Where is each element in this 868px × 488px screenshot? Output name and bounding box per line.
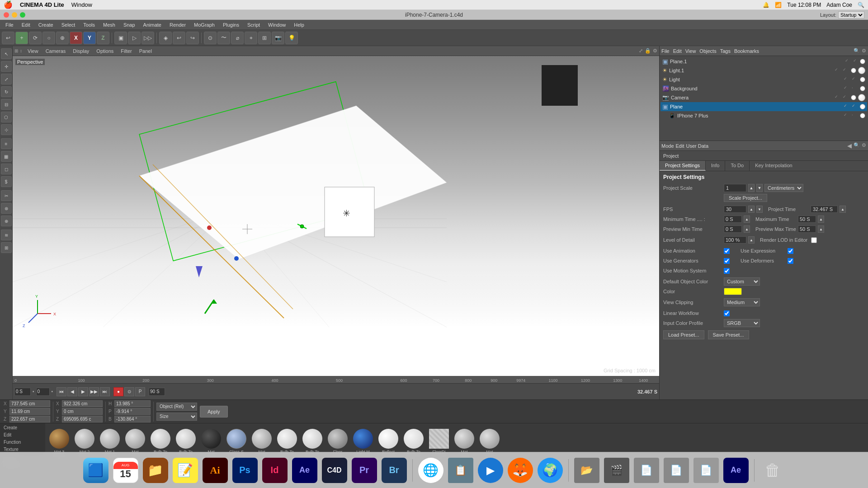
dock-ae2[interactable]: Ae (722, 457, 750, 484)
mat-item-glass[interactable]: Glass-S (225, 429, 248, 454)
vp-options-btn[interactable]: Options (94, 48, 115, 54)
plane-ctrl1[interactable]: ✓ (844, 103, 850, 110)
iphone-ctrl1[interactable]: ✓ (844, 113, 850, 119)
fps-input[interactable] (724, 206, 746, 213)
obj-row-light1[interactable]: ☀ Light.1 ✓ ✓ (660, 66, 867, 75)
menu-item-file[interactable]: File (2, 21, 17, 28)
btn-prev-frame[interactable]: ◀ (67, 387, 77, 396)
menu-item-edit[interactable]: Edit (18, 21, 34, 28)
props-mode-btn[interactable]: Mode (661, 143, 674, 149)
plane1-ctrl1[interactable]: ✓ (844, 58, 850, 65)
left-select[interactable]: ↖ (1, 48, 12, 59)
toolbar-sweep[interactable]: ⌀ (231, 32, 244, 44)
plane1-ctrl2[interactable]: ✓ (852, 58, 858, 65)
project-scale-unit[interactable]: Centimeters Meters Inches (764, 184, 803, 192)
toolbar-live-select[interactable]: + (15, 32, 28, 44)
toolbar-y-axis[interactable]: Y (83, 32, 96, 44)
tab-todo[interactable]: To Do (725, 161, 750, 171)
toolbar-z-axis[interactable]: Z (97, 32, 109, 44)
dock-finder[interactable]: 🟦 (82, 457, 109, 484)
fps-stepper-dn[interactable]: ▼ (756, 206, 763, 213)
coord-mode-select[interactable]: Size Scale (156, 413, 197, 421)
toolbar-light[interactable]: 💡 (285, 32, 298, 44)
use-def-check[interactable] (788, 258, 793, 264)
vp-lock-icon[interactable]: 🔒 (645, 48, 651, 54)
mat-tab-edit[interactable]: Edit (1, 432, 44, 438)
mat-item-mat-last2[interactable]: Mat (478, 429, 501, 454)
save-preset-btn[interactable]: Save Preset... (708, 330, 749, 339)
rot-p-input[interactable] (114, 408, 151, 415)
bg-ctrl2[interactable]: · (852, 85, 858, 92)
search-icon[interactable]: 🔍 (858, 2, 864, 8)
plane-ctrl2[interactable]: ✓ (852, 103, 858, 110)
use-expr-check[interactable] (788, 248, 793, 254)
obj-row-bg[interactable]: 🌆 Background ✓ · (660, 84, 867, 93)
props-userdata-btn[interactable]: User Data (686, 143, 709, 149)
btn-play[interactable]: ▶ (78, 387, 88, 396)
menu-item-select[interactable]: Select (58, 21, 79, 28)
linear-check[interactable] (724, 310, 730, 316)
obj-search-icon[interactable]: 🔍 (854, 48, 860, 54)
obj-row-iphone[interactable]: 📱 IPhone 7 Plus ✓ · (660, 111, 867, 120)
size-y-input[interactable] (62, 408, 103, 415)
timeline-current-input[interactable] (36, 388, 50, 396)
timeline-end-input[interactable] (149, 388, 165, 396)
dock-doc4[interactable]: 📄 (663, 457, 690, 484)
dock-aftereffects[interactable]: Ae (291, 457, 318, 484)
mat-tab-function[interactable]: Function (1, 439, 44, 446)
view-clip-select[interactable]: Medium Low High (724, 298, 760, 306)
color-swatch[interactable] (724, 288, 742, 295)
light1-ctrl2[interactable]: ✓ (843, 67, 849, 74)
timeline-start-input[interactable] (14, 388, 31, 396)
pmin-stepper[interactable]: ▲ (744, 225, 750, 233)
dock-photoshop[interactable]: Ps (231, 457, 259, 484)
obj-row-plane[interactable]: ▣ Plane ✓ ✓ (660, 102, 867, 111)
minimize-button[interactable] (12, 12, 17, 18)
menu-item-mesh[interactable]: Mesh (99, 21, 119, 28)
toolbar-x-axis[interactable]: X (70, 32, 82, 44)
dock-premiere[interactable]: Pr (351, 457, 378, 484)
left-uv[interactable]: ◻ (1, 164, 12, 174)
toolbar-render-region[interactable]: ▣ (114, 32, 127, 44)
mat-item-floordiffuse[interactable]: FloorDi (428, 429, 450, 454)
use-motion-check[interactable] (724, 268, 730, 274)
mat-item-bulb5[interactable]: Bulb Te (402, 429, 425, 454)
camera-ctrl2[interactable]: ✓ (843, 94, 849, 101)
dock-doc5[interactable]: 📄 (693, 457, 720, 484)
use-anim-check[interactable] (724, 248, 730, 254)
menu-item-render[interactable]: Render (166, 21, 189, 28)
dock-doc1[interactable]: 📂 (573, 457, 600, 484)
pos-y-input[interactable] (9, 408, 50, 415)
tab-info[interactable]: Info (706, 161, 725, 171)
close-button[interactable] (4, 12, 9, 18)
project-scale-input[interactable] (724, 184, 746, 192)
project-scale-stepper-dn[interactable]: ▼ (756, 184, 763, 192)
coord-system-select[interactable]: Object (Rel) World (156, 403, 197, 411)
vp-display-btn[interactable]: Display (71, 48, 91, 54)
dock-chrome[interactable]: 🌐 (417, 457, 444, 484)
left-bp[interactable]: $ (1, 176, 12, 187)
camera-ctrl1[interactable]: ✓ (835, 94, 841, 101)
render-lod-check[interactable] (811, 237, 817, 243)
tab-project-settings[interactable]: Project Settings (660, 161, 706, 171)
obj-row-light[interactable]: ☀ Light ✓ ✓ (660, 75, 867, 84)
pmax-input[interactable] (798, 225, 816, 233)
pmin-input[interactable] (724, 225, 742, 233)
toolbar-render-all[interactable]: ▷▷ (142, 32, 154, 44)
btn-record2[interactable]: ⊙ (124, 387, 134, 396)
apple-menu[interactable]: 🍎 (4, 0, 13, 9)
mat-item-mat-dark[interactable]: Mat (200, 429, 222, 454)
toolbar-undo2[interactable]: ↩ (173, 32, 185, 44)
mat-item-mat[interactable]: Mat (124, 429, 146, 454)
obj-row-plane1[interactable]: ▣ Plane.1 ✓ ✓ (660, 57, 867, 66)
vp-maximize-icon[interactable]: ⤢ (639, 48, 643, 54)
mat-item-reflect[interactable]: Reflect (377, 429, 400, 454)
light1-ctrl1[interactable]: ✓ (835, 67, 841, 74)
light-ctrl1[interactable]: ✓ (844, 76, 850, 83)
mat-item-lightm[interactable]: Light M (352, 429, 374, 454)
left-polygons[interactable]: ▦ (1, 151, 12, 162)
dock-calendar[interactable]: AUG 15 (112, 457, 139, 484)
toolbar-camera[interactable]: 📷 (272, 32, 284, 44)
obj-settings-icon[interactable]: ⚙ (862, 48, 866, 54)
pos-z-input[interactable] (9, 416, 50, 422)
